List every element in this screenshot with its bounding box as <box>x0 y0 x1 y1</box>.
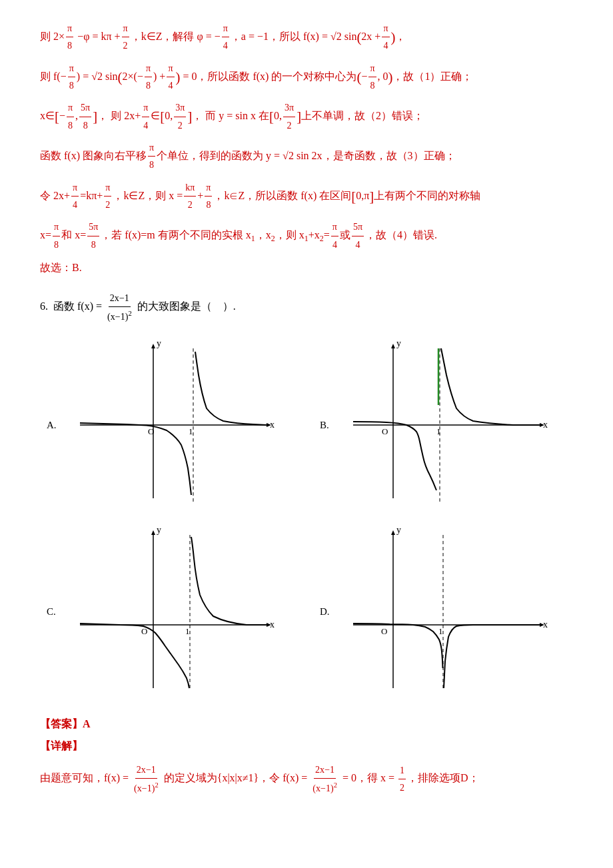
line-6: x=π8和 x=5π8，若 f(x)=m 有两个不同的实根 x1，x2，则 x1… <box>40 218 580 253</box>
graph-D-label: D. <box>320 603 330 621</box>
svg-marker-31 <box>391 530 395 535</box>
detail-text: 由题意可知，f(x) = 2x−1(x−1)2 的定义域为{x|x|x≠1}，令… <box>40 761 580 797</box>
svg-text:O: O <box>381 626 387 636</box>
graph-B-label: B. <box>320 416 329 434</box>
graph-B: B. x y O 1 <box>313 332 566 518</box>
svg-text:1: 1 <box>185 626 190 636</box>
svg-marker-3 <box>151 344 155 348</box>
graph-C-label: C. <box>47 603 56 621</box>
svg-text:1: 1 <box>438 626 443 636</box>
svg-text:y: y <box>157 525 161 535</box>
svg-text:x: x <box>270 620 275 630</box>
graph-D: D. x y O 1 <box>313 518 566 705</box>
answer-value: A <box>83 718 91 729</box>
svg-text:O: O <box>382 426 388 436</box>
question-6-title: 6. 函数 f(x) = 2x−1(x−1)2 的大致图象是（ ）. <box>40 290 580 325</box>
svg-text:x: x <box>270 420 275 430</box>
svg-text:1: 1 <box>189 426 193 436</box>
svg-text:x: x <box>543 420 548 430</box>
svg-marker-22 <box>151 530 155 535</box>
line-4: 函数 f(x) 图象向右平移π8个单位，得到的函数为 y = √2 sin 2x… <box>40 139 580 174</box>
graph-A: A. x y O 1 <box>40 332 293 518</box>
svg-marker-12 <box>391 344 395 348</box>
svg-text:y: y <box>157 338 161 348</box>
line-5: 令 2x+π4=kπ+π2，k∈Z，则 x =kπ2+π8，k∈Z，所以函数 f… <box>40 179 580 214</box>
line-3: x∈[−π8,5π8]， 则 2x+π4∈[0,3π2]， 而 y = sin … <box>40 99 580 134</box>
answer-label: 【答案】A <box>40 715 580 734</box>
content-block: 则 2×π8 −φ = kπ +π2，k∈Z，解得 φ = −π4，a = −1… <box>40 20 580 797</box>
graph-C: C. x y O 1 <box>40 518 293 705</box>
detail-label: 【详解】 <box>40 737 580 756</box>
svg-text:x: x <box>543 620 548 630</box>
line-7: 故选：B. <box>40 258 580 278</box>
graphs-container: A. x y O 1 B. <box>40 332 580 705</box>
svg-text:1: 1 <box>436 426 441 436</box>
svg-text:y: y <box>396 525 401 535</box>
svg-text:O: O <box>148 426 154 436</box>
svg-text:y: y <box>396 338 401 348</box>
line-2: 则 f(−π8) = √2 sin(2×(−π8) +π4) = 0，所以函数 … <box>40 60 580 95</box>
graph-A-label: A. <box>47 416 57 434</box>
line-1: 则 2×π8 −φ = kπ +π2，k∈Z，解得 φ = −π4，a = −1… <box>40 20 580 55</box>
answer-block: 【答案】A 【详解】 由题意可知，f(x) = 2x−1(x−1)2 的定义域为… <box>40 715 580 797</box>
